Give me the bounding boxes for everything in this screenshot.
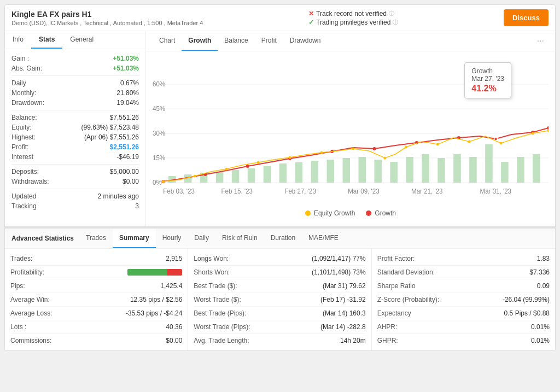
tab-stats[interactable]: Stats (31, 31, 62, 49)
svg-rect-30 (485, 144, 493, 183)
stats-content: Gain : +51.03% Abs. Gain: +51.03% Daily … (5, 49, 145, 218)
svg-text:Feb 27, '23: Feb 27, '23 (284, 188, 316, 195)
abs-gain-row: Abs. Gain: +51.03% (11, 65, 139, 72)
top-section: Info Stats General Gain : +51.03% Abs. G… (5, 31, 555, 227)
interest-row: Interest -$46.19 (11, 153, 139, 161)
withdrawals-label: Withdrawals: (11, 178, 49, 185)
profitability-label: Profitability: (10, 268, 44, 276)
chart-tab-profit[interactable]: Profit (255, 31, 283, 51)
svg-point-36 (246, 165, 249, 168)
avg-loss-label: Average Loss: (10, 309, 52, 317)
adv-tab-hourly[interactable]: Hourly (156, 229, 188, 248)
profit-label: Profit: (11, 143, 28, 151)
chart-tabs: Chart Growth Balance Profit Drawdown ··· (146, 31, 555, 51)
monthly-value: 21.80% (116, 89, 139, 97)
svg-rect-33 (533, 154, 540, 183)
svg-rect-17 (279, 163, 287, 183)
chart-tab-growth[interactable]: Growth (182, 31, 218, 51)
profitability-bar (127, 269, 182, 276)
check-icon: ✓ (308, 19, 314, 26)
svg-text:Feb 03, '23: Feb 03, '23 (163, 188, 195, 195)
tooltip-value: 41.2% (471, 84, 504, 93)
main-container: Kingle EA FX pairs H1 Demo (USD), IC Mar… (4, 4, 556, 351)
adv-tab-risk-of-ruin[interactable]: Risk of Ruin (215, 229, 264, 248)
ahpr-row: AHPR: 0.01% (377, 320, 550, 334)
pips-label: Pips: (10, 282, 25, 290)
chart-tab-drawdown[interactable]: Drawdown (283, 31, 328, 51)
interest-label: Interest (11, 153, 33, 161)
svg-rect-20 (327, 160, 335, 183)
chart-tab-balance[interactable]: Balance (218, 31, 254, 51)
tracking-value: 3 (135, 202, 139, 210)
lots-label: Lots : (10, 323, 26, 331)
chart-tab-chart[interactable]: Chart (153, 31, 182, 51)
drawdown-label: Drawdown: (11, 99, 44, 107)
header-left: Kingle EA FX pairs H1 Demo (USD), IC Mar… (11, 10, 203, 26)
account-subtitle: Demo (USD), IC Markets , Technical , Aut… (11, 20, 203, 26)
svg-point-47 (225, 168, 228, 171)
header-center: ✕ Track record not verified ⓘ ✓ Trading … (308, 10, 398, 26)
ghpr-value: 0.01% (531, 337, 550, 344)
discuss-button[interactable]: Discuss (504, 9, 549, 26)
profit-factor-label[interactable]: Profit Factor: (377, 255, 415, 262)
deposits-label: Deposits: (11, 168, 39, 175)
avg-win-label: Average Win: (10, 296, 50, 303)
legend-equity: Equity Growth (305, 209, 355, 217)
svg-point-58 (547, 130, 549, 132)
svg-point-45 (162, 180, 165, 183)
chart-tabs-left: Chart Growth Balance Profit Drawdown (153, 31, 327, 51)
zscore-row: Z-Score (Probability): -26.04 (99.99%) (377, 293, 550, 307)
ghpr-row: GHPR: 0.01% (377, 334, 550, 347)
highest-value: (Apr 06) $7,551.26 (84, 133, 139, 141)
svg-point-53 (405, 146, 407, 149)
expectancy-row: Expectancy 0.5 Pips / $0.88 (377, 307, 550, 320)
longs-won-value: (1,092/1,417) 77% (312, 255, 366, 262)
gain-label: Gain : (11, 55, 29, 62)
trading-verified-info-icon[interactable]: ⓘ (393, 19, 398, 26)
trades-label: Trades: (10, 255, 32, 262)
adv-tab-mae-mfe[interactable]: MAE/MFE (302, 229, 345, 248)
drawdown-value: 19.04% (116, 99, 139, 107)
best-trade-usd-label: Best Trade ($): (194, 282, 237, 290)
expectancy-label[interactable]: Expectancy (377, 309, 411, 317)
avg-trade-length-row: Avg. Trade Length: 14h 20m (194, 334, 365, 347)
svg-point-44 (547, 126, 549, 130)
deposits-value: $5,000.00 (110, 168, 139, 175)
svg-rect-21 (343, 158, 351, 183)
worst-trade-usd-label: Worst Trade ($): (194, 296, 241, 303)
withdrawals-value: $0.00 (122, 178, 139, 185)
svg-text:30%: 30% (153, 130, 166, 137)
updated-label: Updated (11, 192, 36, 200)
adv-tab-trades[interactable]: Trades (79, 229, 113, 248)
best-trade-pips-value: (Mar 14) 160.3 (323, 309, 366, 317)
svg-text:Mar 21, '23: Mar 21, '23 (411, 188, 443, 195)
chart-legend: Equity Growth Growth (153, 206, 549, 223)
stats-col-1: Trades: 2,915 Profitability: Pips: 1,425… (5, 249, 188, 350)
std-dev-label[interactable]: Standard Deviation: (377, 268, 435, 276)
adv-tab-summary[interactable]: Summary (113, 229, 156, 248)
equity-legend-label: Equity Growth (314, 209, 355, 217)
adv-tab-duration[interactable]: Duration (264, 229, 302, 248)
tracking-row: Tracking 3 (11, 202, 139, 210)
chart-tooltip: Growth Mar 27, '23 41.2% (464, 62, 511, 98)
tracking-label: Tracking (11, 202, 37, 210)
adv-tab-daily[interactable]: Daily (188, 229, 215, 248)
tab-info[interactable]: Info (5, 31, 31, 49)
daily-value: 0.67% (120, 79, 139, 87)
track-record-info-icon[interactable]: ⓘ (389, 10, 394, 17)
withdrawals-row: Withdrawals: $0.00 (11, 178, 139, 185)
profitability-green (127, 269, 167, 276)
tab-general[interactable]: General (62, 31, 101, 49)
sharpe-row: Sharpe Ratio 0.09 (377, 279, 550, 293)
commissions-value: $0.00 (166, 337, 182, 344)
svg-text:60%: 60% (153, 80, 166, 87)
sharpe-label[interactable]: Sharpe Ratio (377, 282, 416, 290)
chart-more-icon[interactable]: ··· (533, 32, 549, 50)
svg-point-39 (373, 147, 376, 150)
highest-label: Highest: (11, 133, 36, 141)
commissions-label: Commissions: (10, 337, 51, 344)
shorts-won-row: Shorts Won: (1,101/1,498) 73% (194, 266, 365, 279)
zscore-label[interactable]: Z-Score (Probability): (377, 296, 439, 303)
profitability-row: Profitability: (10, 266, 182, 279)
worst-trade-usd-value: (Feb 17) -31.92 (320, 296, 366, 303)
